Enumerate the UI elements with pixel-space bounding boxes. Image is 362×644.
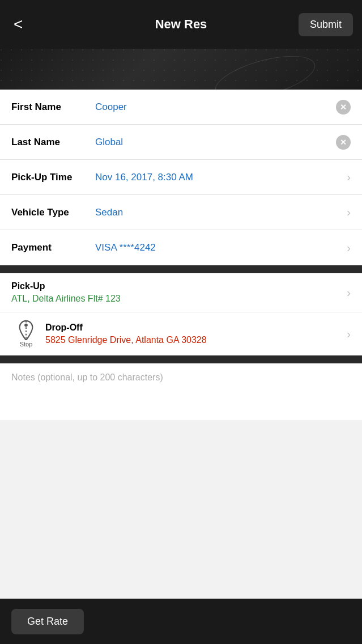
pickup-location-value: ATL, Delta Airlines Flt# 123 [11,294,344,304]
pickup-location-row[interactable]: Pick-Up ATL, Delta Airlines Flt# 123 › [0,273,362,312]
notes-section[interactable]: Notes (optional, up to 200 characters) [0,363,362,420]
back-button[interactable]: < [9,12,27,37]
vehicle-type-value: Sedan [91,207,344,218]
last-name-label: Last Name [11,137,91,148]
svg-point-1 [24,324,28,327]
vehicle-type-chevron-icon: › [347,206,351,219]
first-name-value: Cooper [91,101,336,113]
bottom-bar: Get Rate [0,599,362,644]
pickup-time-value: Nov 16, 2017, 8:30 AM [91,172,344,183]
bottom-spacer [0,420,362,465]
get-rate-button[interactable]: Get Rate [11,609,84,634]
first-name-clear-button[interactable]: ✕ [336,100,351,115]
vehicle-type-label: Vehicle Type [11,207,91,218]
payment-row[interactable]: Payment VISA ****4242 › [0,230,362,265]
notes-placeholder: Notes (optional, up to 200 characters) [11,372,163,382]
header: < New Res Submit [0,0,362,49]
section-divider-1 [0,265,362,273]
vehicle-type-row[interactable]: Vehicle Type Sedan › [0,195,362,230]
pickup-time-row[interactable]: Pick-Up Time Nov 16, 2017, 8:30 AM › [0,160,362,195]
dropoff-location-value: 5825 Glenridge Drive, Atlanta GA 30328 [45,335,344,345]
form-section: First Name Cooper ✕ Last Name Global ✕ P… [0,90,362,265]
stop-label: Stop [20,341,33,348]
dropoff-location-row[interactable]: Stop Drop-Off 5825 Glenridge Drive, Atla… [0,312,362,355]
dropoff-location-label: Drop-Off [45,323,344,333]
first-name-row[interactable]: First Name Cooper ✕ [0,90,362,125]
dropoff-location-chevron-icon: › [347,328,351,341]
pickup-location-label: Pick-Up [11,281,344,291]
pickup-time-chevron-icon: › [347,171,351,184]
section-divider-2 [0,355,362,363]
payment-label: Payment [11,242,91,253]
map-banner [0,49,362,90]
submit-button[interactable]: Submit [299,13,353,36]
last-name-row[interactable]: Last Name Global ✕ [0,125,362,160]
stop-icon-wrap: Stop [11,320,41,348]
payment-chevron-icon: › [347,242,351,255]
last-name-value: Global [91,137,336,148]
page-title: New Res [155,17,207,32]
dropoff-location-content: Drop-Off 5825 Glenridge Drive, Atlanta G… [41,323,344,345]
pickup-location-content: Pick-Up ATL, Delta Airlines Flt# 123 [11,281,344,304]
payment-value: VISA ****4242 [91,242,344,253]
stop-pin-icon [16,320,36,340]
pickup-location-chevron-icon: › [347,286,351,299]
first-name-label: First Name [11,101,91,113]
pickup-time-label: Pick-Up Time [11,172,91,183]
last-name-clear-button[interactable]: ✕ [336,135,351,150]
location-section: Pick-Up ATL, Delta Airlines Flt# 123 › S… [0,273,362,355]
